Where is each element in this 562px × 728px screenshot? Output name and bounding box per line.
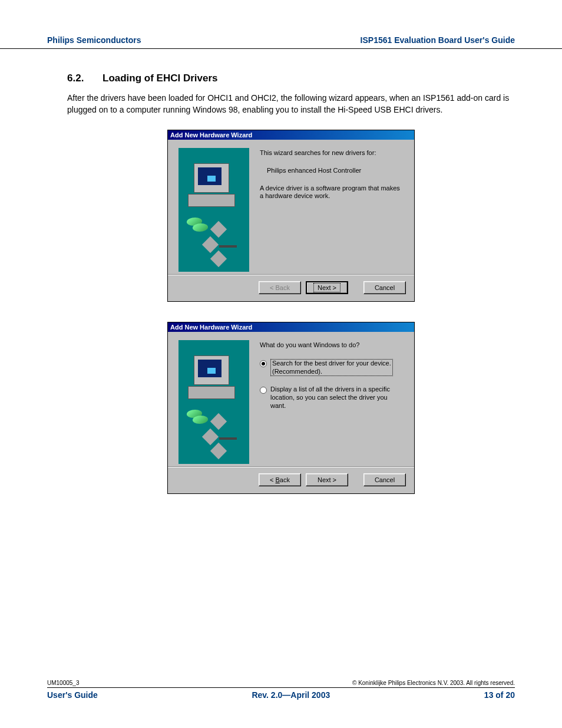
next-button[interactable]: Next > xyxy=(306,281,348,294)
hardware-wizard-1: Add New Hardware Wizard This wizard sear… xyxy=(167,130,415,302)
page-header: Philips Semiconductors ISP1561 Evaluatio… xyxy=(0,0,562,49)
section-heading: 6.2. Loading of EHCI Drivers xyxy=(67,73,515,84)
footer-center: Rev. 2.0—April 2003 xyxy=(252,690,330,700)
next-button[interactable]: Next > xyxy=(306,473,348,486)
doc-id: UM10005_3 xyxy=(47,680,79,686)
wizard2-text: What do you want Windows to do? Search f… xyxy=(260,340,404,464)
cancel-button[interactable]: Cancel xyxy=(363,473,406,486)
wizard1-device: Philips enhanced Host Controller xyxy=(267,167,404,175)
section-paragraph: After the drivers have been loaded for O… xyxy=(67,93,515,116)
wizard1-footer: < Back Next > Cancel xyxy=(168,275,414,301)
page-footer: UM10005_3 © Koninklijke Philips Electron… xyxy=(47,680,515,700)
wizard1-text: This wizard searches for new drivers for… xyxy=(260,148,404,272)
wizard2-titlebar: Add New Hardware Wizard xyxy=(168,322,414,332)
back-button[interactable]: < Back xyxy=(259,473,301,486)
wizard-graphic-icon xyxy=(178,340,249,464)
copyright: © Koninklijke Philips Electronics N.V. 2… xyxy=(352,680,515,686)
radio-label-search: Search for the best driver for your devi… xyxy=(270,359,393,377)
radio-icon xyxy=(260,360,267,367)
radio-label-list: Display a list of all the drivers in a s… xyxy=(270,386,404,410)
section-number: 6.2. xyxy=(67,73,103,84)
footer-left: User's Guide xyxy=(47,690,98,700)
wizard1-titlebar: Add New Hardware Wizard xyxy=(168,130,414,140)
radio-icon xyxy=(260,387,267,394)
header-left: Philips Semiconductors xyxy=(47,35,141,45)
header-right: ISP1561 Evaluation Board User's Guide xyxy=(361,35,515,45)
wizard2-footer: < Back Next > Cancel xyxy=(168,467,414,493)
wizard1-line2: A device driver is a software program th… xyxy=(260,185,404,201)
radio-option-list[interactable]: Display a list of all the drivers in a s… xyxy=(260,386,404,410)
cancel-button[interactable]: Cancel xyxy=(363,281,406,294)
footer-right: 13 of 20 xyxy=(484,690,515,700)
wizard1-line1: This wizard searches for new drivers for… xyxy=(260,149,404,157)
back-button: < Back xyxy=(259,281,301,294)
section-title: Loading of EHCI Drivers xyxy=(103,73,218,84)
wizard-graphic-icon xyxy=(178,148,249,272)
page-content: 6.2. Loading of EHCI Drivers After the d… xyxy=(0,73,562,494)
hardware-wizard-2: Add New Hardware Wizard What do you want… xyxy=(167,322,415,494)
wizard2-prompt: What do you want Windows to do? xyxy=(260,341,404,350)
radio-option-search[interactable]: Search for the best driver for your devi… xyxy=(260,359,404,377)
